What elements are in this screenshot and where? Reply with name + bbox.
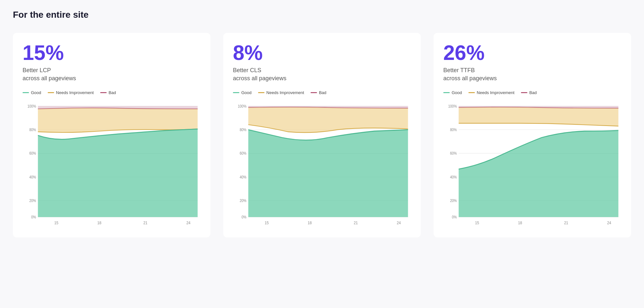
lcp-needs-label: Needs Improvement xyxy=(56,90,94,95)
svg-text:21: 21 xyxy=(354,220,358,225)
bad-line-icon xyxy=(521,92,527,93)
svg-text:60%: 60% xyxy=(240,151,246,156)
svg-text:18: 18 xyxy=(97,220,101,225)
lcp-legend-good: Good xyxy=(23,90,41,95)
lcp-legend: Good Needs Improvement Bad xyxy=(23,90,201,95)
ttfb-bad-label: Bad xyxy=(529,90,537,95)
svg-text:80%: 80% xyxy=(450,128,457,132)
svg-text:100%: 100% xyxy=(27,104,36,108)
svg-text:80%: 80% xyxy=(240,128,246,132)
svg-text:24: 24 xyxy=(607,220,611,225)
svg-text:60%: 60% xyxy=(450,151,457,156)
svg-text:18: 18 xyxy=(518,220,522,225)
svg-text:20%: 20% xyxy=(450,199,457,203)
lcp-legend-bad: Bad xyxy=(100,90,116,95)
cls-needs-label: Needs Improvement xyxy=(266,90,304,95)
svg-text:15: 15 xyxy=(475,220,479,225)
bad-line-icon xyxy=(311,92,317,93)
cls-legend: Good Needs Improvement Bad xyxy=(233,90,411,95)
needs-line-icon xyxy=(258,92,264,93)
cls-card: 8% Better CLS across all pageviews Good … xyxy=(223,33,421,237)
svg-text:15: 15 xyxy=(54,220,59,225)
needs-line-icon xyxy=(468,92,475,93)
svg-text:80%: 80% xyxy=(29,128,36,132)
ttfb-legend-good: Good xyxy=(443,90,462,95)
svg-text:40%: 40% xyxy=(29,175,36,179)
ttfb-legend: Good Needs Improvement Bad xyxy=(443,90,621,95)
bad-line-icon xyxy=(100,92,107,93)
svg-text:0%: 0% xyxy=(31,215,36,219)
cls-value: 8% xyxy=(233,43,411,63)
ttfb-legend-bad: Bad xyxy=(521,90,537,95)
lcp-bad-label: Bad xyxy=(109,90,116,95)
cls-chart: 100% 80% 60% 40% 20% 0% 15 18 21 2 xyxy=(233,99,411,228)
ttfb-legend-needs: Needs Improvement xyxy=(468,90,514,95)
ttfb-value: 26% xyxy=(443,43,621,63)
ttfb-card: 26% Better TTFB across all pageviews Goo… xyxy=(434,33,631,237)
good-line-icon xyxy=(233,92,239,93)
cls-label: Better CLS across all pageviews xyxy=(233,66,411,82)
svg-text:15: 15 xyxy=(265,220,269,225)
metrics-grid: 15% Better LCP across all pageviews Good… xyxy=(13,33,631,237)
needs-line-icon xyxy=(48,92,54,93)
svg-text:0%: 0% xyxy=(452,215,457,219)
svg-text:20%: 20% xyxy=(29,199,36,203)
cls-legend-bad: Bad xyxy=(311,90,326,95)
svg-text:100%: 100% xyxy=(238,104,246,108)
ttfb-label: Better TTFB across all pageviews xyxy=(443,66,621,82)
svg-text:24: 24 xyxy=(397,220,401,225)
good-line-icon xyxy=(443,92,450,93)
good-line-icon xyxy=(23,92,29,93)
lcp-label: Better LCP across all pageviews xyxy=(23,66,201,82)
ttfb-chart: 100% 80% 60% 40% 20% 0% 15 18 21 2 xyxy=(443,99,621,228)
cls-legend-needs: Needs Improvement xyxy=(258,90,304,95)
lcp-value: 15% xyxy=(23,43,201,63)
ttfb-needs-label: Needs Improvement xyxy=(477,90,514,95)
svg-text:18: 18 xyxy=(308,220,312,225)
svg-text:40%: 40% xyxy=(240,175,246,179)
cls-legend-good: Good xyxy=(233,90,252,95)
cls-bad-label: Bad xyxy=(319,90,326,95)
svg-text:21: 21 xyxy=(143,220,148,225)
svg-text:100%: 100% xyxy=(448,104,457,108)
svg-text:20%: 20% xyxy=(240,199,246,203)
cls-good-label: Good xyxy=(241,90,252,95)
svg-text:24: 24 xyxy=(187,220,191,225)
lcp-card: 15% Better LCP across all pageviews Good… xyxy=(13,33,210,237)
lcp-good-label: Good xyxy=(31,90,41,95)
lcp-legend-needs: Needs Improvement xyxy=(48,90,94,95)
svg-text:21: 21 xyxy=(564,220,568,225)
svg-text:0%: 0% xyxy=(242,215,246,219)
lcp-chart: 100% 80% 60% 40% 20% 0% 15 18 21 2 xyxy=(23,99,201,228)
ttfb-good-label: Good xyxy=(452,90,462,95)
page-title: For the entire site xyxy=(13,10,631,20)
svg-text:60%: 60% xyxy=(29,151,36,156)
svg-text:40%: 40% xyxy=(450,175,457,179)
